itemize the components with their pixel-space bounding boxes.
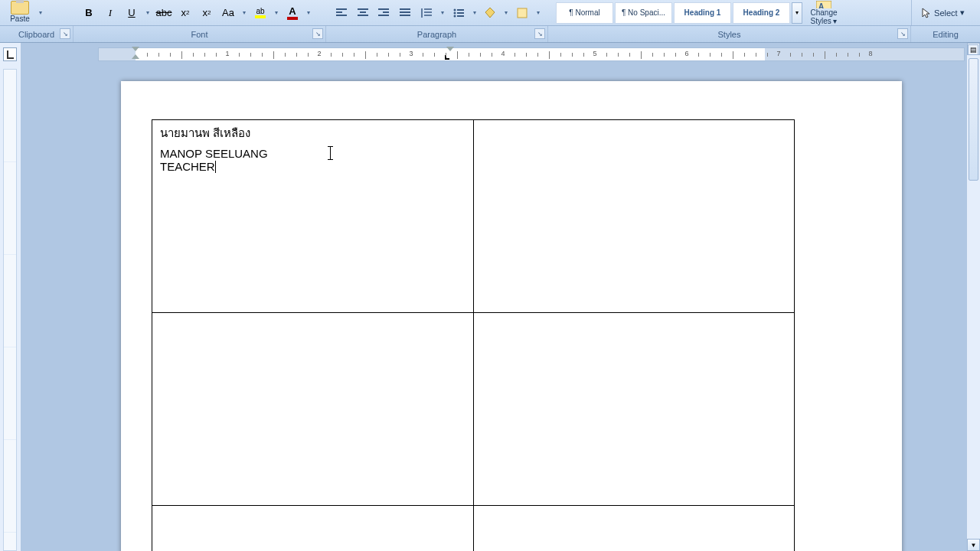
superscript-button[interactable]: x2 — [197, 4, 217, 22]
paste-icon — [11, 1, 29, 15]
hanging-indent-marker[interactable] — [132, 54, 139, 62]
ruler-left-margin — [99, 48, 136, 60]
justify-button[interactable] — [395, 4, 415, 22]
cell-text-line: MANOP SEELUANG — [160, 147, 466, 160]
cursor-icon — [921, 8, 932, 18]
chevron-down-icon[interactable]: ▾ — [272, 4, 281, 22]
workspace: 12345678 นายมานพ สีเหลือง MANOP SEELUANG… — [0, 43, 980, 551]
chevron-down-icon[interactable]: ▾ — [240, 4, 249, 22]
ribbon-group-labels: Clipboard ↘ Font ↘ Paragraph ↘ Styles ↘ … — [0, 26, 980, 43]
group-clipboard: Clipboard ↘ — [0, 26, 74, 42]
group-editing: Editing — [911, 26, 980, 42]
table-cell[interactable] — [473, 120, 794, 313]
chevron-down-icon[interactable]: ▾ — [438, 4, 447, 22]
svg-text:A: A — [818, 2, 824, 8]
cell-text-line: TEACHER — [160, 160, 466, 173]
ruler-number: 8 — [868, 50, 872, 57]
document-page[interactable]: นายมานพ สีเหลือง MANOP SEELUANG TEACHER — [121, 81, 902, 551]
font-color-button[interactable]: A — [283, 4, 302, 22]
change-styles-button[interactable]: A Change Styles ▾ — [805, 1, 842, 25]
tab-selector-button[interactable] — [3, 47, 17, 61]
cell-text-line: นายมานพ สีเหลือง — [160, 124, 466, 142]
style-normal[interactable]: ¶ Normal — [556, 2, 613, 24]
style-heading-1[interactable]: Heading 1 — [674, 2, 731, 24]
change-styles-icon: A — [816, 1, 831, 8]
document-area[interactable]: 12345678 นายมานพ สีเหลือง MANOP SEELUANG… — [21, 43, 980, 551]
scroll-down-button[interactable]: ▼ — [967, 539, 980, 551]
styles-more-button[interactable]: ▾ — [792, 2, 802, 24]
text-caret — [215, 161, 216, 173]
ribbon-controls: Paste ▾ B I U ▾ abc x2 x2 Aa ▾ ab ▾ A ▾ … — [0, 0, 980, 26]
chevron-down-icon[interactable]: ▾ — [143, 4, 152, 22]
dialog-launcher-icon[interactable]: ↘ — [534, 28, 545, 39]
ruler-number: 1 — [225, 50, 229, 57]
subscript-button[interactable]: x2 — [175, 4, 195, 22]
ruler-right-margin — [765, 48, 964, 60]
svg-point-0 — [453, 8, 456, 11]
chevron-down-icon[interactable]: ▾ — [304, 4, 313, 22]
dialog-launcher-icon[interactable]: ↘ — [897, 28, 908, 39]
table-cell[interactable]: นายมานพ สีเหลือง MANOP SEELUANG TEACHER — [152, 120, 474, 313]
strikethrough-button[interactable]: abc — [154, 4, 174, 22]
chevron-down-icon[interactable]: ▾ — [470, 4, 479, 22]
paste-label: Paste — [10, 15, 30, 23]
i-beam-cursor-icon — [330, 146, 331, 160]
scroll-thumb[interactable] — [969, 58, 978, 181]
change-case-button[interactable]: Aa — [218, 4, 238, 22]
table-cell[interactable] — [473, 506, 794, 552]
vertical-ruler-strip — [3, 69, 17, 551]
table-cell[interactable] — [152, 313, 474, 506]
ruler-number: 7 — [776, 50, 780, 57]
ruler-number: 5 — [593, 50, 596, 57]
ruler-number: 6 — [684, 50, 688, 57]
ruler-number: 4 — [501, 50, 505, 57]
align-center-button[interactable] — [353, 4, 373, 22]
group-paragraph: Paragraph ↘ — [326, 26, 548, 42]
svg-rect-3 — [518, 8, 527, 18]
vertical-scrollbar[interactable]: ▲ ▼ — [966, 43, 980, 551]
dialog-launcher-icon[interactable]: ↘ — [312, 28, 323, 39]
horizontal-ruler[interactable]: 12345678 — [98, 47, 965, 61]
style-heading-2[interactable]: Heading 2 — [733, 2, 790, 24]
vertical-ruler[interactable] — [0, 43, 21, 551]
chevron-down-icon[interactable]: ▾ — [501, 4, 511, 22]
group-styles: Styles ↘ — [548, 26, 911, 42]
select-button[interactable]: Select ▾ — [916, 6, 969, 20]
highlight-button[interactable]: ab — [250, 4, 270, 22]
borders-button[interactable] — [512, 4, 532, 22]
ruler-number: 2 — [317, 50, 321, 57]
align-right-button[interactable] — [374, 4, 394, 22]
ruler-number: 3 — [409, 50, 413, 57]
document-table[interactable]: นายมานพ สีเหลือง MANOP SEELUANG TEACHER — [152, 119, 795, 551]
line-spacing-button[interactable] — [416, 4, 436, 22]
table-cell[interactable] — [152, 506, 474, 552]
svg-point-1 — [453, 11, 456, 14]
align-left-button[interactable] — [332, 4, 351, 22]
underline-button[interactable]: U — [122, 4, 142, 22]
chevron-down-icon[interactable]: ▾ — [36, 4, 45, 22]
first-line-indent-marker[interactable] — [132, 47, 139, 54]
paste-button[interactable]: Paste — [5, 1, 35, 25]
bold-button[interactable]: B — [79, 4, 99, 22]
shading-button[interactable] — [481, 4, 501, 22]
svg-point-2 — [453, 15, 456, 17]
styles-gallery[interactable]: ¶ Normal ¶ No Spaci... Heading 1 Heading… — [556, 2, 802, 24]
bullets-button[interactable] — [449, 4, 469, 22]
ruler-toggle-button[interactable]: ▤ — [968, 44, 978, 55]
right-indent-marker[interactable] — [446, 47, 454, 54]
table-cell[interactable] — [473, 313, 794, 506]
style-no-spacing[interactable]: ¶ No Spaci... — [615, 2, 672, 24]
group-font: Font ↘ — [74, 26, 326, 42]
dialog-launcher-icon[interactable]: ↘ — [60, 28, 70, 39]
chevron-down-icon[interactable]: ▾ — [534, 4, 543, 22]
italic-button[interactable]: I — [100, 4, 120, 22]
